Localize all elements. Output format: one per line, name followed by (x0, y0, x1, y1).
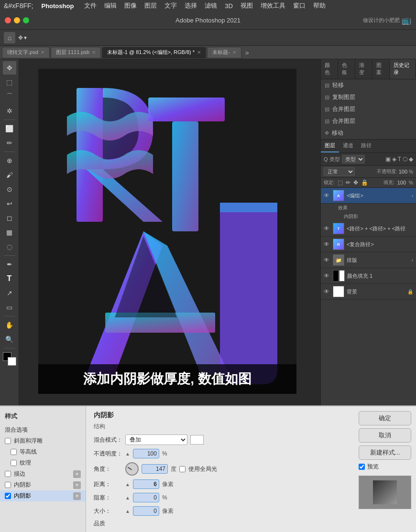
bevel-emboss[interactable]: 斜面和浮雕 (0, 435, 86, 446)
menu-filter[interactable]: 滤镜 (201, 0, 220, 11)
move-tool[interactable]: ✥ ▾ (18, 34, 27, 41)
tab-pattern[interactable]: 图案 (372, 59, 390, 79)
choke-input[interactable] (133, 493, 159, 502)
layer-vis-2[interactable]: 👁 (324, 241, 330, 248)
lock-all-icon[interactable]: 🔒 (361, 179, 368, 186)
filter-type-select[interactable]: 类型 (342, 155, 365, 163)
folder-expand-icon[interactable]: › (412, 258, 413, 263)
history-item-4[interactable]: ✥ 移动 (321, 127, 416, 139)
tab-1[interactable]: 图层 1111.psb ✕ (51, 47, 101, 58)
pen-tool[interactable]: ✒ (3, 258, 16, 271)
adjust-filter-icon[interactable]: ◈ (392, 156, 396, 163)
menu-3d[interactable]: 3D (221, 1, 236, 11)
layer-vis-0[interactable]: 👁 (324, 192, 330, 199)
path-select-tool[interactable]: ↗ (3, 286, 16, 300)
lock-pixel-icon[interactable]: ⬚ (338, 179, 343, 186)
ok-button[interactable]: 确定 (359, 411, 411, 425)
layer-arrow-0[interactable]: › (412, 193, 413, 198)
stroke[interactable]: 描边 + (0, 468, 86, 479)
menu-plugins[interactable]: 增效工具 (257, 0, 289, 11)
paths-tab[interactable]: 路径 (357, 140, 375, 152)
tab-close-2[interactable]: ✕ (197, 50, 201, 55)
menu-help[interactable]: 帮助 (310, 0, 329, 11)
blend-mode-select-dialog[interactable]: 叠加 (125, 434, 187, 445)
texture-check[interactable] (11, 460, 17, 466)
menu-image[interactable]: 图像 (121, 0, 140, 11)
layer-group[interactable]: 👁 A <编组> › (321, 188, 416, 204)
tab-color[interactable]: 颜色 (321, 59, 338, 79)
tab-0[interactable]: 绕转文字.psd ✕ (2, 47, 50, 58)
stroke-check[interactable] (5, 471, 11, 477)
gradient-tool[interactable]: ▦ (3, 226, 16, 239)
magic-wand-tool[interactable]: ✲ (3, 104, 16, 118)
crop-tool[interactable]: ⬜ (3, 122, 16, 135)
home-button[interactable]: ⌂ (4, 32, 15, 43)
menu-layer[interactable]: 图层 (141, 0, 160, 11)
hand-tool[interactable]: ✋ (3, 318, 16, 332)
app-name[interactable]: Photoshop (38, 1, 77, 11)
history-brush[interactable]: ↩ (3, 197, 16, 210)
minimize-button[interactable] (14, 17, 20, 23)
inner-shadow-2-plus[interactable]: + (73, 492, 81, 500)
layer-background[interactable]: 👁 背景 🔒 (321, 284, 416, 300)
maximize-button[interactable] (23, 17, 29, 23)
lock-brush-icon[interactable]: ✏ (346, 179, 350, 186)
tabs-more-button[interactable]: » (242, 49, 252, 56)
inner-shadow-1-plus[interactable]: + (73, 481, 81, 489)
history-item-2[interactable]: ▤ 合并图层 (321, 103, 416, 115)
tab-2[interactable]: 未标题-1 @ 81.2% (<编组>, RGB/8) * ✕ (102, 47, 206, 58)
history-item-0[interactable]: ▤ 轻移 (321, 79, 416, 91)
shape-tool[interactable]: ▭ (3, 301, 16, 314)
eyedropper-tool[interactable]: ✏ (3, 136, 16, 150)
contour-check[interactable] (11, 449, 17, 455)
spot-heal-tool[interactable]: ⊕ (3, 154, 16, 167)
menu-text[interactable]: 文字 (161, 0, 180, 11)
apple-logo[interactable]: &#xF8FF; (4, 2, 33, 10)
inner-shadow-2-check[interactable] (5, 493, 11, 499)
move-tool-btn[interactable]: ✥ (3, 61, 16, 75)
stamp-tool[interactable]: ⊙ (3, 183, 16, 196)
size-input[interactable] (133, 506, 159, 516)
cancel-button[interactable]: 取消 (359, 428, 411, 443)
pixel-filter-icon[interactable]: ▣ (385, 156, 391, 163)
tab-history[interactable]: 历史记录 (390, 59, 416, 79)
tab-close-3[interactable]: ✕ (232, 50, 236, 55)
history-item-1[interactable]: ▤ 复制图层 (321, 91, 416, 103)
layer-vis-1[interactable]: 👁 (324, 225, 330, 232)
preview-checkbox[interactable] (359, 464, 365, 470)
mix-options[interactable]: 混合选项 (0, 424, 86, 435)
layer-vis-3[interactable]: 👁 (324, 257, 330, 263)
layer-vis-4[interactable]: 👁 (324, 272, 330, 279)
shadow-color-box[interactable] (190, 435, 204, 445)
distance-input[interactable] (133, 479, 159, 489)
tab-swatch[interactable]: 色板 (338, 59, 355, 79)
history-item-3[interactable]: ▤ 合并图层 (321, 115, 416, 127)
smart-filter-icon[interactable]: ◆ (409, 156, 413, 163)
tab-3[interactable]: 未标题- ✕ (207, 47, 241, 58)
tab-gradient[interactable]: 渐变 (355, 59, 372, 79)
menu-file[interactable]: 文件 (81, 0, 100, 11)
menu-select[interactable]: 选择 (181, 0, 200, 11)
dodge-tool[interactable]: ◌ (3, 240, 16, 253)
menu-edit[interactable]: 编辑 (101, 0, 120, 11)
tab-close-1[interactable]: ✕ (92, 50, 96, 55)
close-button[interactable] (5, 17, 11, 23)
tab-close-0[interactable]: ✕ (41, 50, 44, 55)
marquee-tool[interactable]: ⬚ (3, 76, 16, 89)
layers-tab[interactable]: 图层 (321, 140, 339, 152)
text-filter-icon[interactable]: T (398, 156, 401, 163)
layer-compound-path[interactable]: 👁 R <复合路径> (321, 237, 416, 252)
angle-widget[interactable] (125, 462, 139, 476)
inner-shadow-1[interactable]: 内阴影 + (0, 479, 86, 490)
layer-path[interactable]: 👁 T <路径> + <路径> + <路径 (321, 221, 416, 237)
texture[interactable]: 纹理 (0, 457, 86, 468)
contour[interactable]: 等高线 (0, 446, 86, 457)
global-light-check[interactable] (179, 466, 186, 472)
new-style-button[interactable]: 新建样式... (359, 445, 411, 460)
lock-move-icon[interactable]: ✥ (353, 179, 358, 186)
menu-view[interactable]: 视图 (237, 0, 256, 11)
inner-shadow-2[interactable]: 内阴影 + (0, 490, 86, 501)
blend-mode-select[interactable]: 正常 (324, 167, 355, 176)
layer-fill[interactable]: 👁 颜色填充 1 (321, 268, 416, 284)
shape-filter-icon[interactable]: ⬡ (403, 156, 407, 163)
